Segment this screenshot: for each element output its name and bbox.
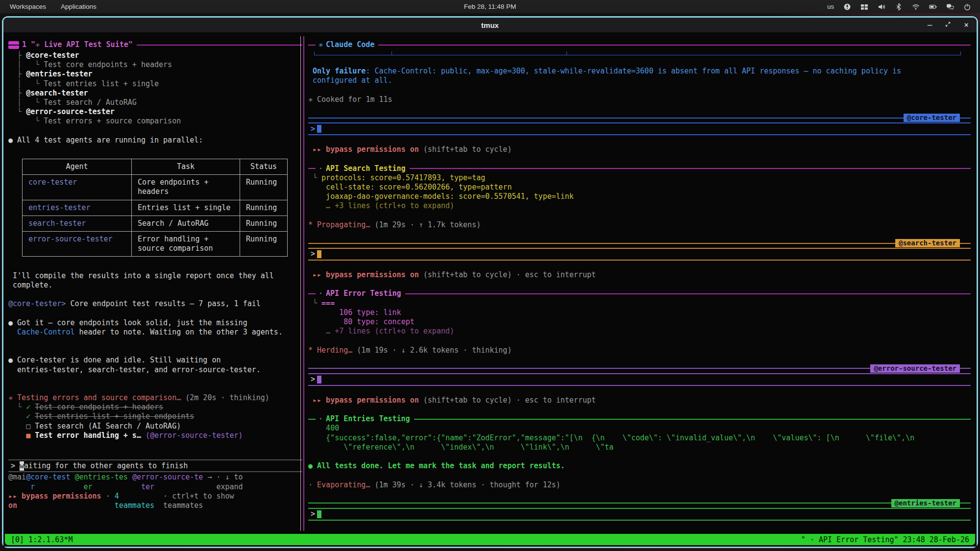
window-pane-title: 1 "✳ Live API Test Suite" xyxy=(8,40,302,50)
terminal-line xyxy=(308,521,971,530)
pane-divider-accent[interactable] xyxy=(303,36,304,531)
terminal-line: ■ Test error handling + s… (@error-sourc… xyxy=(8,431,302,440)
right-pane-column: ✳ Claude Code Only failure: Cache-Contro… xyxy=(308,40,971,530)
terminal-line: ● Core-tester is done and idle. Still wa… xyxy=(8,356,302,365)
text-cursor xyxy=(317,510,321,518)
terminal-line xyxy=(8,126,302,136)
header-rule xyxy=(378,45,971,46)
prompt-input[interactable]: > xyxy=(308,248,971,261)
prompt-input[interactable]: > xyxy=(308,508,971,521)
minimize-button[interactable]: – xyxy=(928,21,932,29)
spinner-star-icon: ✳ xyxy=(316,40,326,49)
terminal-line: └ ✓ Test core endpoints + headers xyxy=(8,403,302,412)
prompt-input[interactable]: > xyxy=(308,122,971,135)
terminal-line: │ └ Test entries list + single xyxy=(8,79,302,89)
prompt-input[interactable]: > xyxy=(308,373,971,386)
agent-label-separator: @search-tester xyxy=(308,239,971,247)
text-cursor xyxy=(317,250,321,258)
pane-header-api-search: · API Search Testing xyxy=(308,164,971,173)
conversation-log: I'll compile the results into a single r… xyxy=(8,262,302,459)
terminal-line: joaxap-dao-governance-models: score=0.55… xyxy=(308,192,971,201)
window-controls: – × xyxy=(928,18,969,32)
terminal-line xyxy=(308,452,971,461)
bluetooth-icon[interactable] xyxy=(895,3,903,11)
terminal-line: * Herding… (1m 19s · ↓ 2.6k tokens · thi… xyxy=(308,346,971,355)
prompt-chevron: > xyxy=(311,509,315,519)
terminal-line xyxy=(308,471,971,480)
terminal-line: ├ @search-tester xyxy=(8,89,302,98)
status-right-window-clock: " · API Error Testing" 23:48 28-Feb-26 xyxy=(801,535,969,544)
system-orb-icon[interactable] xyxy=(843,3,851,11)
terminal-line xyxy=(308,405,971,414)
terminal-line: cell-state: score=0.56200266, type=patte… xyxy=(308,183,971,192)
terminal-line xyxy=(308,136,971,145)
terminal-line: ● All 4 test agents are running in paral… xyxy=(8,136,302,145)
terminal-line: ├ @core-tester xyxy=(8,51,302,60)
terminal-line: … +7 lines (ctrl+o to expand) xyxy=(308,327,971,336)
wifi-icon[interactable] xyxy=(912,3,920,11)
terminal-line: ▸▸ bypass permissions on (shift+tab to c… xyxy=(308,270,971,280)
window-tiles-icon[interactable] xyxy=(860,3,868,11)
top-menubar: Workspaces Applications Feb 28, 11:48 PM… xyxy=(0,0,980,13)
text-cursor xyxy=(317,125,321,133)
table-row: error-source-tester Error handling + sou… xyxy=(23,232,288,257)
agent-label: @search-tester xyxy=(895,239,960,247)
terminal-line: └ Test errors + source comparison xyxy=(8,117,302,126)
terminal-line: ▸▸ bypass permissions on (shift+tab to c… xyxy=(308,145,971,154)
separator-line xyxy=(960,503,971,503)
prompt-chevron: > xyxy=(311,124,315,134)
power-icon[interactable] xyxy=(963,3,971,11)
terminal-line: ● Got it — core endpoints look solid, ju… xyxy=(8,318,302,328)
terminal-line: entries-tester, search-tester, and error… xyxy=(8,365,302,375)
separator-line xyxy=(960,118,971,119)
pane-error-source-tester: · API Error Testing └ === 106 type: link… xyxy=(308,289,971,415)
battery-icon[interactable] xyxy=(929,3,937,11)
terminal-line: ✳ Cooked for 1m 11s xyxy=(308,95,971,104)
agent-status-footer: @mai@core-test @entries-tes @error-sourc… xyxy=(8,473,302,510)
col-agent: Agent xyxy=(23,159,132,175)
pane-header-title: Claude Code xyxy=(326,40,378,49)
volume-icon[interactable] xyxy=(878,3,885,11)
prompt-input[interactable]: > waiting for the other agents to finish xyxy=(8,459,302,472)
terminal-line: * Propagating… (1m 29s · ↑ 1.7k tokens) xyxy=(308,220,971,230)
prompt-text: aiting for the other agents to finish xyxy=(24,461,188,471)
agents-status-table: Agent Task Status core-tester Core endpo… xyxy=(22,159,288,257)
header-dash xyxy=(308,45,316,46)
agent-tree: ├ @core-tester │ └ Test core endpoints +… xyxy=(8,51,302,154)
terminal-line xyxy=(8,290,302,299)
terminal-line xyxy=(8,262,302,271)
header-dash xyxy=(308,293,316,294)
pane-header-claude-code: ✳ Claude Code xyxy=(308,40,971,49)
pane-output: Only failure: Cache-Control: public, max… xyxy=(308,57,971,114)
terminal-line: 80 type: concept xyxy=(308,317,971,327)
terminal-line: │ └ Test search / AutoRAG xyxy=(8,98,302,107)
terminal-line xyxy=(308,490,971,499)
pane-footer: ▸▸ bypass permissions on (shift+tab to c… xyxy=(308,261,971,289)
terminal-line: ▸▸ bypass permissions on (shift+tab to c… xyxy=(308,396,971,405)
pane-header-api-error: · API Error Testing xyxy=(308,289,971,299)
terminal-line xyxy=(308,355,971,364)
close-button[interactable]: × xyxy=(964,21,969,29)
pane-icon xyxy=(8,41,19,49)
menu-workspaces[interactable]: Workspaces xyxy=(10,3,46,10)
terminal-line xyxy=(308,104,971,114)
maximize-button[interactable] xyxy=(945,21,951,29)
terminal-line: Cache-Control header to note. Waiting on… xyxy=(8,328,302,337)
header-dash xyxy=(308,419,316,420)
terminal-line xyxy=(8,440,302,450)
header-dash xyxy=(308,168,316,169)
terminal-line: @core-tester> Core endpoint test results… xyxy=(8,299,302,309)
pane-divider[interactable] xyxy=(300,36,301,531)
header-rule xyxy=(410,168,971,169)
terminal-line: ✓ Test entries list + single endpoints xyxy=(8,412,302,421)
window-titlebar[interactable]: tmux – × xyxy=(3,18,977,32)
separator-line xyxy=(308,503,891,503)
keyboard-layout-indicator[interactable]: us xyxy=(827,3,834,10)
terminal: 1 "✳ Live API Test Suite" ├ @core-tester… xyxy=(3,32,977,547)
menu-applications[interactable]: Applications xyxy=(61,3,97,10)
separator-line xyxy=(308,118,904,119)
header-rule xyxy=(405,293,971,294)
status-left-session: [0] 1:2.1.63*M xyxy=(11,535,73,544)
pane-output: 400 {"success":false,"error":{"name":"Zo… xyxy=(308,424,971,499)
notifications-icon[interactable] xyxy=(946,3,954,11)
